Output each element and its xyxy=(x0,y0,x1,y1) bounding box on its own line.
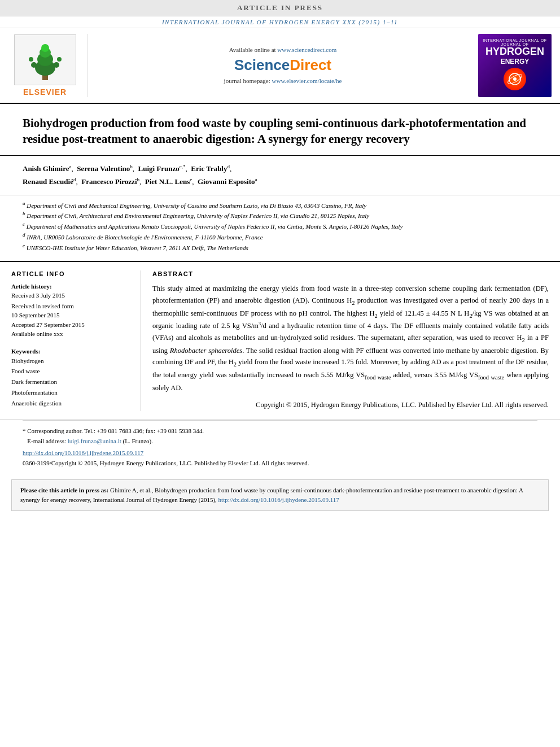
corresponding-author: * Corresponding author. Tel.: +39 081 76… xyxy=(23,426,537,436)
author-renaud: Renaud Escudié xyxy=(23,177,73,186)
issn-copyright: 0360-3199/Copyright © 2015, Hydrogen Ene… xyxy=(23,458,537,469)
article-info-col: ARTICLE INFO Article history: Received 3… xyxy=(11,270,141,411)
doi-url[interactable]: http://dx.doi.org/10.1016/j.ijhydene.201… xyxy=(23,449,143,456)
abstract-copyright: Copyright © 2015, Hydrogen Energy Public… xyxy=(152,399,549,411)
article-title: Biohydrogen production from food waste b… xyxy=(23,115,537,147)
email-line: E-mail address: luigi.frunzo@unina.it (L… xyxy=(23,436,537,447)
article-in-press-banner: ARTICLE IN PRESS xyxy=(0,0,560,16)
badge-intl-label: International Journal of xyxy=(483,38,546,42)
affiliation-b: b Department of Civil, Architectural and… xyxy=(23,210,537,221)
journal-homepage-text: journal homepage: www.elsevier.com/locat… xyxy=(224,77,342,84)
accepted-date: Accepted 27 September 2015 xyxy=(11,320,132,330)
affiliation-d: d INRA, UR0050 Laboratoire de Biotechnol… xyxy=(23,231,537,242)
citation-box: Please cite this article in press as: Gh… xyxy=(11,479,549,511)
author-serena: Serena Valentino xyxy=(77,165,130,173)
revised-label: Received in revised form xyxy=(11,302,132,311)
affiliations-block: a Department of Civil and Mechanical Eng… xyxy=(0,195,560,263)
journal-homepage-url[interactable]: www.elsevier.com/locate/he xyxy=(272,77,342,84)
available-online: Available online xxx xyxy=(11,329,132,339)
author-piet: Piet N.L. Lens xyxy=(145,177,190,186)
elsevier-logo-img xyxy=(14,34,76,85)
author-giovanni: Giovanni Esposito xyxy=(198,177,255,186)
history-label: Article history: xyxy=(11,283,132,290)
article-info-header: ARTICLE INFO xyxy=(11,270,132,277)
keywords-label: Keywords: xyxy=(11,348,132,355)
authors-line: Anish Ghimirea, Serena Valentinob, Luigi… xyxy=(23,163,537,187)
sciencedirect-url[interactable]: www.sciencedirect.com xyxy=(277,46,336,53)
citation-prefix: Please cite this article in press as: xyxy=(20,487,110,493)
badge-circle-icon xyxy=(504,68,526,90)
abstract-col: ABSTRACT This study aimed at maximizing … xyxy=(152,270,549,411)
svg-point-8 xyxy=(57,57,62,62)
affiliation-a: a Department of Civil and Mechanical Eng… xyxy=(23,200,537,211)
affiliation-e: e UNESCO-IHE Institute for Water Educati… xyxy=(23,242,537,253)
badge-energy-label: ENERGY xyxy=(501,58,530,65)
elsevier-wordmark: ELSEVIER xyxy=(23,88,67,97)
email-link[interactable]: luigi.frunzo@unina.it xyxy=(68,438,121,444)
svg-point-7 xyxy=(29,57,33,62)
keyword-food-waste: Food waste xyxy=(11,366,132,377)
revised-date: 10 September 2015 xyxy=(11,311,132,320)
authors-block: Anish Ghimirea, Serena Valentinob, Luigi… xyxy=(0,156,560,195)
svg-point-10 xyxy=(513,77,517,81)
svg-point-5 xyxy=(31,62,37,68)
svg-point-4 xyxy=(41,44,49,52)
header-section: ELSEVIER Available online at www.science… xyxy=(0,28,560,104)
author-luigi: Luigi Frunzo xyxy=(138,165,180,173)
received-date: Received 3 July 2015 xyxy=(11,291,132,300)
keyword-anaerobic-digestion: Anaerobic digestion xyxy=(11,398,132,409)
two-col-section: ARTICLE INFO Article history: Received 3… xyxy=(0,262,560,420)
author-anish: Anish Ghimire xyxy=(23,165,69,173)
badge-hydrogen-label: HYDROGEN xyxy=(485,46,544,58)
footnotes-block: * Corresponding author. Tel.: +39 081 76… xyxy=(23,420,537,474)
affiliation-c: c Department of Mathematics and Applicat… xyxy=(23,221,537,231)
sciencedirect-logo: ScienceDirect xyxy=(234,56,331,74)
journal-title-bar: INTERNATIONAL JOURNAL OF HYDROGEN ENERGY… xyxy=(0,16,560,28)
available-online-text: Available online at www.sciencedirect.co… xyxy=(229,46,337,53)
author-eric: Eric Trably xyxy=(191,165,227,173)
article-title-block: Biohydrogen production from food waste b… xyxy=(0,104,560,156)
elsevier-logo-block: ELSEVIER xyxy=(8,34,88,97)
abstract-header: ABSTRACT xyxy=(152,270,549,277)
abstract-text: This study aimed at maximizing the energ… xyxy=(152,283,549,394)
hydrogen-atom-icon xyxy=(506,71,523,88)
keyword-dark-fermentation: Dark fermentation xyxy=(11,377,132,387)
svg-point-6 xyxy=(54,62,59,68)
keyword-biohydrogen: Biohydrogen xyxy=(11,356,132,366)
header-center: Available online at www.sciencedirect.co… xyxy=(93,34,473,97)
author-francesco: Francesco Pirozzi xyxy=(81,177,137,186)
keywords-list: Biohydrogen Food waste Dark fermentation… xyxy=(11,356,132,408)
doi-line: http://dx.doi.org/10.1016/j.ijhydene.201… xyxy=(23,448,537,458)
keyword-photofermentation: Photofermentation xyxy=(11,387,132,398)
journal-badge: International Journal of Journal of HYDR… xyxy=(478,34,552,97)
citation-doi-link[interactable]: http://dx.doi.org/10.1016/j.ijhydene.201… xyxy=(218,496,339,503)
elsevier-tree-icon xyxy=(23,42,68,82)
